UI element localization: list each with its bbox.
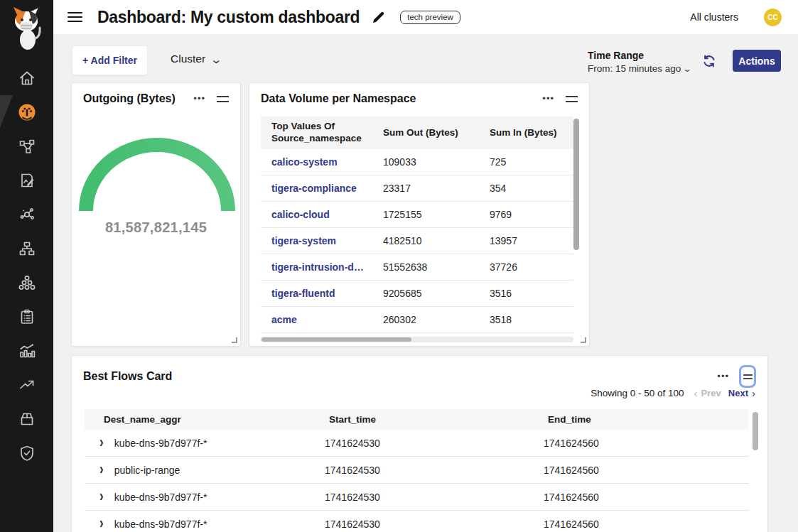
card-title: Outgoing (Bytes)	[83, 92, 176, 105]
shield-check-icon	[18, 444, 36, 462]
expand-row-icon[interactable]: ›	[99, 435, 104, 450]
sidebar-item-trends[interactable]	[0, 368, 53, 402]
column-header: Sum Out (Bytes)	[383, 127, 490, 139]
table-header-row: Top Values Of Source_namespace Sum Out (…	[261, 116, 573, 149]
best-flows-card: Best Flows Card ••• Showing 0 - 50 of 10…	[71, 355, 768, 532]
table-row: acme 260302 3518	[261, 307, 573, 333]
sum-out-value: 4182510	[383, 235, 490, 246]
next-page-button[interactable]: Next ›	[728, 387, 755, 399]
time-range-dropdown[interactable]: From: 15 minutes ago ⌄	[588, 63, 691, 74]
resize-handle[interactable]	[581, 337, 586, 343]
scrollbar-thumb[interactable]	[753, 412, 758, 450]
namespace-link[interactable]: tigera-intrusion-d…	[271, 261, 371, 273]
scrollbar-thumb[interactable]	[573, 119, 579, 250]
sidebar-item-inventory[interactable]	[0, 402, 53, 436]
table-row: › kube-dns-9b7d977f-* 1741624530 1741624…	[85, 511, 749, 532]
table-row: tigera-system 4182510 13957	[261, 228, 573, 254]
dashboard-gauge-icon	[17, 102, 37, 122]
page-title: Dashboard: My custom dashboard	[97, 8, 360, 27]
sidebar	[0, 0, 53, 532]
edit-dashboard-button[interactable]	[372, 11, 385, 24]
more-menu-icon[interactable]: •••	[716, 371, 730, 382]
sum-in-value: 37726	[490, 261, 573, 273]
expand-row-icon[interactable]: ›	[99, 462, 104, 477]
flows-table: Dest_name_aggr Start_time End_time › kub…	[85, 409, 749, 532]
gauge-chart	[77, 123, 237, 219]
top-header: Dashboard: My custom dashboard tech prev…	[53, 0, 798, 34]
sum-out-value: 23317	[383, 183, 490, 194]
more-menu-icon[interactable]: •••	[541, 93, 556, 104]
table-row: › kube-dns-9b7d977f-* 1741624530 1741624…	[85, 430, 749, 457]
bar-chart-trend-icon	[18, 342, 36, 360]
expand-row-icon[interactable]: ›	[99, 489, 104, 504]
sidebar-item-dashboards[interactable]	[0, 95, 53, 129]
cluster-scope-selector[interactable]: All clusters	[690, 11, 738, 23]
add-filter-button[interactable]: + Add Filter	[72, 45, 148, 75]
network-molecule-icon	[18, 205, 36, 224]
sidebar-item-compliance[interactable]	[0, 300, 53, 334]
user-avatar[interactable]: CC	[764, 9, 782, 26]
sum-in-value: 13957	[490, 235, 573, 246]
namespace-link[interactable]: tigera-system	[271, 235, 371, 246]
table-row: tigera-fluentd 9205685 3516	[261, 281, 573, 307]
namespace-link[interactable]: tigera-fluentd	[271, 288, 371, 299]
sidebar-item-clusters[interactable]	[0, 266, 53, 300]
namespace-link[interactable]: tigera-compliance	[271, 183, 371, 194]
prev-page-button[interactable]: ‹ Prev	[694, 387, 721, 399]
dest-name: kube-dns-9b7d977f-*	[114, 492, 207, 503]
start-time: 1741624530	[325, 465, 544, 476]
start-time: 1741624530	[325, 519, 544, 530]
start-time: 1741624530	[325, 438, 544, 449]
card-title: Data Volume per Namespace	[261, 92, 416, 105]
sidebar-item-statistics[interactable]	[0, 334, 53, 368]
column-header: Sum In (Bytes)	[490, 127, 573, 139]
sitemap-icon	[18, 239, 36, 258]
sidebar-item-home[interactable]	[0, 61, 53, 95]
menu-hamburger-icon[interactable]	[68, 12, 82, 23]
sidebar-nav	[0, 61, 53, 470]
sum-in-value: 9769	[490, 209, 573, 220]
expand-row-icon[interactable]: ›	[99, 516, 104, 531]
table-row: › public-ip-range 1741624530 1741624560	[85, 457, 749, 484]
document-edit-icon	[18, 171, 36, 190]
sum-out-value: 109033	[383, 156, 490, 168]
dest-name: kube-dns-9b7d977f-*	[114, 519, 207, 530]
column-header: Start_time	[329, 414, 548, 425]
pencil-icon	[372, 11, 385, 24]
cluster-filter-label: Cluster	[171, 53, 205, 65]
pagination: Showing 0 - 50 of 100 ‹ Prev Next ›	[591, 387, 755, 399]
start-time: 1741624530	[325, 492, 544, 503]
drag-handle-focused[interactable]	[739, 365, 756, 388]
sum-in-value: 725	[490, 156, 573, 168]
namespace-link[interactable]: calico-system	[271, 156, 371, 168]
cluster-filter-dropdown[interactable]: Cluster ⌄	[171, 53, 221, 65]
home-icon	[18, 69, 36, 87]
sidebar-item-security[interactable]	[0, 436, 53, 470]
sidebar-item-connections[interactable]	[0, 197, 53, 232]
gauge-value: 81,587,821,145	[72, 219, 240, 236]
tech-preview-badge: tech preview	[400, 11, 460, 24]
chevron-down-icon: ⌄	[682, 65, 692, 73]
column-header: Top Values Of Source_namespace	[271, 121, 367, 145]
drag-handle-icon[interactable]	[566, 96, 578, 102]
sidebar-item-topology[interactable]	[0, 232, 53, 266]
scrollbar-thumb[interactable]	[261, 337, 411, 342]
column-header: End_time	[548, 414, 749, 425]
drag-handle-icon[interactable]	[217, 96, 229, 102]
table-header-row: Dest_name_aggr Start_time End_time	[85, 409, 749, 430]
end-time: 1741624560	[544, 492, 749, 503]
end-time: 1741624560	[544, 438, 749, 449]
sidebar-item-service-graph[interactable]	[0, 129, 53, 163]
time-range-label: Time Range	[588, 50, 691, 61]
more-menu-icon[interactable]: •••	[192, 93, 207, 104]
outgoing-bytes-card: Outgoing (Bytes) ••• 81,587,821,145	[71, 82, 241, 347]
end-time: 1741624560	[544, 519, 749, 530]
namespace-link[interactable]: acme	[271, 314, 371, 325]
showing-count: Showing 0 - 50 of 100	[591, 388, 684, 398]
actions-button[interactable]: Actions	[733, 50, 781, 72]
sum-in-value: 354	[490, 183, 573, 194]
namespace-link[interactable]: calico-cloud	[271, 209, 371, 220]
resize-handle[interactable]	[232, 337, 237, 343]
refresh-icon[interactable]	[702, 54, 716, 68]
sidebar-item-logs[interactable]	[0, 163, 53, 197]
